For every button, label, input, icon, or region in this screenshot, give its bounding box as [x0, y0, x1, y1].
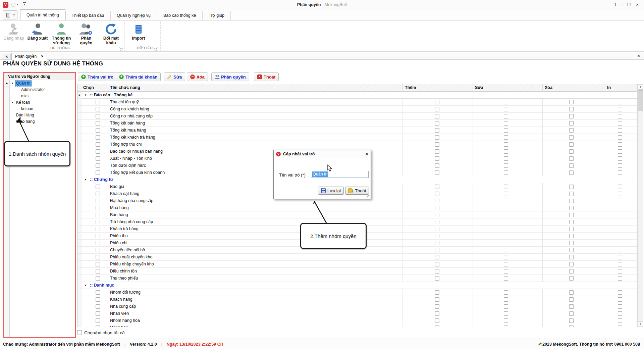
permission-checkbox-sua[interactable] — [504, 241, 508, 245]
table-row[interactable]: Hàng hóa — [77, 324, 637, 327]
tree-item-administrator[interactable]: Administrator — [10, 87, 75, 93]
select-checkbox[interactable] — [96, 234, 100, 238]
permission-checkbox-sua[interactable] — [504, 248, 508, 252]
ribbon-group-collapse-icon[interactable]: ◂ — [119, 47, 123, 51]
select-checkbox[interactable] — [96, 276, 100, 281]
select-checkbox[interactable] — [96, 121, 100, 126]
permission-checkbox-them[interactable] — [435, 326, 439, 327]
tree-item-quản-trị[interactable]: ▾Quản trị — [10, 80, 75, 87]
select-checkbox[interactable] — [96, 227, 100, 231]
permission-checkbox-in[interactable] — [618, 149, 622, 154]
permission-checkbox-sua[interactable] — [504, 304, 508, 309]
permission-checkbox-sua[interactable] — [504, 326, 508, 327]
select-checkbox[interactable] — [96, 318, 100, 323]
permission-checkbox-in[interactable] — [618, 276, 622, 281]
permission-checkbox-sua[interactable] — [504, 100, 508, 104]
permission-checkbox-sua[interactable] — [504, 297, 508, 302]
permission-checkbox-in[interactable] — [618, 114, 622, 118]
permission-checkbox-them[interactable] — [435, 241, 439, 245]
permission-checkbox-in[interactable] — [618, 269, 622, 273]
permission-checkbox-in[interactable] — [618, 100, 622, 104]
tree-expand-icon[interactable]: ▾ — [12, 80, 13, 87]
permission-checkbox-in[interactable] — [618, 255, 622, 259]
table-row[interactable]: Phiếu xuất chuyển kho — [77, 254, 637, 261]
permission-checkbox-them[interactable] — [435, 170, 439, 175]
permission-checkbox-in[interactable] — [618, 241, 622, 245]
tree-item-mks[interactable]: mks — [10, 93, 75, 99]
permission-checkbox-them[interactable] — [435, 213, 439, 217]
group-row[interactable]: ►▾:: Báo cáo - Thống kê — [77, 92, 637, 99]
select-checkbox[interactable] — [96, 248, 100, 252]
permission-checkbox-in[interactable] — [618, 170, 622, 175]
ribbon-group-collapse-icon[interactable]: ◂ — [154, 47, 158, 51]
permission-checkbox-xoa[interactable] — [569, 199, 574, 203]
close-button[interactable]: × — [634, 2, 641, 8]
permission-checkbox-sua[interactable] — [504, 206, 508, 210]
select-checkbox[interactable] — [96, 255, 100, 259]
column-header-5[interactable]: In — [605, 84, 637, 92]
permission-checkbox-them[interactable] — [435, 121, 439, 126]
table-row[interactable]: Nhân viên — [77, 310, 637, 317]
save-button[interactable]: Lưu lại — [318, 187, 344, 195]
minimize-button[interactable]: – — [619, 2, 625, 8]
permission-checkbox-xoa[interactable] — [569, 311, 574, 316]
ribbon-tab-0[interactable]: Quản trị hệ thống — [20, 9, 65, 20]
ribbon-tab-1[interactable]: Thiết lập ban đầu — [65, 11, 111, 20]
column-header-1[interactable]: Tên chức năng — [105, 84, 403, 92]
permission-checkbox-xoa[interactable] — [569, 220, 574, 224]
permission-checkbox-sua[interactable] — [504, 276, 508, 281]
permission-checkbox-sua[interactable] — [504, 318, 508, 323]
table-row[interactable]: Nhà cung cấp — [77, 303, 637, 310]
permission-checkbox-them[interactable] — [435, 297, 439, 302]
dialog-resize-grip[interactable] — [367, 195, 370, 198]
permission-checkbox-xoa[interactable] — [569, 248, 574, 252]
permission-checkbox-sua[interactable] — [504, 185, 508, 189]
dialog-title-bar[interactable]: V Cập nhật vai trò × — [274, 150, 371, 158]
select-all-checkbox[interactable] — [77, 330, 82, 335]
dialog-exit-button[interactable]: Thoát — [345, 187, 369, 195]
permission-checkbox-sua[interactable] — [504, 311, 508, 316]
select-checkbox[interactable] — [96, 269, 100, 273]
select-checkbox[interactable] — [96, 241, 100, 245]
permission-checkbox-sua[interactable] — [504, 269, 508, 273]
tree-item-ketoan[interactable]: ketoan — [10, 106, 75, 112]
column-header-4[interactable]: Xóa — [543, 84, 605, 92]
permission-checkbox-them[interactable] — [435, 234, 439, 238]
permission-checkbox-xoa[interactable] — [569, 290, 574, 295]
permission-checkbox-sua[interactable] — [504, 199, 508, 203]
permission-checkbox-in[interactable] — [618, 234, 622, 238]
permission-checkbox-in[interactable] — [618, 318, 622, 323]
vertical-scrollbar[interactable]: ▲ ▼ — [637, 84, 643, 327]
permission-checkbox-them[interactable] — [435, 290, 439, 295]
import-button[interactable]: Import — [129, 22, 148, 48]
permission-checkbox-in[interactable] — [618, 192, 622, 196]
permission-checkbox-in[interactable] — [618, 121, 622, 126]
permission-checkbox-sua[interactable] — [504, 149, 508, 154]
edit-button[interactable]: Sửa — [164, 72, 185, 81]
permission-checkbox-them[interactable] — [435, 149, 439, 154]
tree-item-kế-toán[interactable]: ▾Kế toán — [10, 99, 75, 106]
permission-checkbox-them[interactable] — [435, 107, 439, 111]
select-checkbox[interactable] — [96, 304, 100, 309]
permission-checkbox-them[interactable] — [435, 262, 439, 266]
permission-checkbox-sua[interactable] — [504, 163, 508, 168]
permission-checkbox-them[interactable] — [435, 276, 439, 281]
permission-checkbox-sua[interactable] — [504, 121, 508, 126]
tab-phan-quyen[interactable]: Phân quyền × — [11, 53, 47, 60]
permission-checkbox-them[interactable] — [435, 206, 439, 210]
permission-checkbox-in[interactable] — [618, 206, 622, 210]
table-row[interactable]: Khách hàng — [77, 296, 637, 303]
permission-checkbox-xoa[interactable] — [569, 149, 574, 154]
scrollbar-thumb[interactable] — [638, 90, 643, 111]
permission-checkbox-xoa[interactable] — [569, 297, 574, 302]
permission-checkbox-xoa[interactable] — [569, 234, 574, 238]
permission-checkbox-sua[interactable] — [504, 220, 508, 224]
permission-checkbox-them[interactable] — [435, 304, 439, 309]
table-row[interactable]: Bán hàng — [77, 211, 637, 218]
change-password-button[interactable]: Đổi mật khẩu — [101, 22, 121, 48]
fullscreen-button[interactable] — [611, 2, 618, 8]
select-checkbox[interactable] — [96, 262, 100, 266]
permission-checkbox-xoa[interactable] — [569, 121, 574, 126]
table-row[interactable]: Phiếu nhập chuyển kho — [77, 261, 637, 268]
permission-checkbox-xoa[interactable] — [569, 170, 574, 175]
